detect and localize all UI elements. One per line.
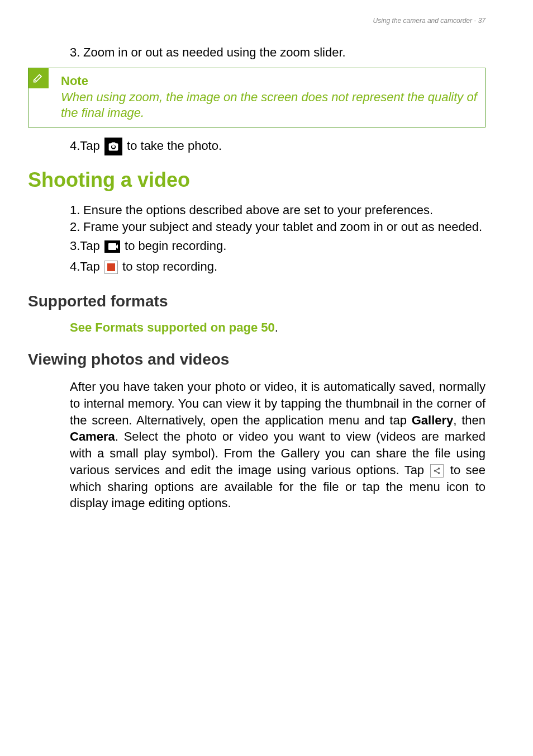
note-callout: Note When using zoom, the image on the s…	[28, 68, 486, 127]
period: .	[275, 320, 278, 334]
step-4-after: to take the photo.	[123, 139, 222, 153]
list-number: 3.	[70, 239, 80, 253]
heading-shooting-video: Shooting a video	[28, 168, 486, 192]
step-3: 3. Zoom in or out as needed using the zo…	[70, 44, 486, 61]
step-4-before: Tap	[80, 139, 103, 153]
note-body: When using zoom, the image on the screen…	[61, 89, 477, 121]
formats-link[interactable]: See Formats supported on page 50	[70, 320, 275, 334]
list-number: 4.	[70, 259, 80, 273]
heading-supported-formats: Supported formats	[28, 292, 486, 310]
video-step-3-after: to begin recording.	[121, 239, 226, 253]
note-icon	[28, 68, 49, 88]
step-3-text: Zoom in or out as needed using the zoom …	[83, 44, 486, 61]
svg-line-0	[35, 79, 36, 81]
list-number: 1.	[70, 202, 83, 219]
viewing-paragraph: After you have taken your photo or video…	[70, 379, 486, 512]
video-step-4-after: to stop recording.	[119, 259, 217, 273]
gallery-label: Gallery	[412, 413, 454, 427]
step-4: 4.Tap to take the photo.	[70, 135, 486, 156]
svg-point-2	[434, 470, 436, 472]
video-step-3: 3.Tap to begin recording.	[70, 235, 486, 256]
video-step-4-before: Tap	[80, 259, 103, 273]
video-step-1: 1. Ensure the options described above ar…	[70, 202, 486, 219]
video-step-2: 2. Frame your subject and steady your ta…	[70, 219, 486, 235]
stop-recording-icon	[104, 261, 118, 274]
video-step-3-before: Tap	[80, 239, 103, 253]
video-record-icon	[104, 240, 120, 253]
video-step-1-text: Ensure the options described above are s…	[83, 202, 486, 219]
share-icon	[430, 464, 444, 478]
camera-shutter-icon	[104, 138, 122, 155]
svg-point-1	[438, 467, 440, 470]
list-number: 4.	[70, 139, 80, 153]
heading-viewing-photos-videos: Viewing photos and videos	[28, 351, 486, 368]
list-number: 2.	[70, 219, 83, 235]
page-header: Using the camera and camcorder - 37	[28, 17, 486, 25]
video-step-2-text: Frame your subject and steady your table…	[83, 219, 486, 235]
note-title: Note	[61, 74, 477, 88]
formats-link-line: See Formats supported on page 50.	[70, 320, 486, 335]
viewing-text-2: , then	[453, 413, 486, 427]
list-number: 3.	[70, 44, 83, 61]
svg-point-3	[438, 472, 440, 474]
camera-label: Camera	[70, 429, 115, 443]
viewing-text-3: . Select the photo or video you want to …	[70, 429, 486, 476]
video-step-4: 4.Tap to stop recording.	[70, 256, 486, 277]
